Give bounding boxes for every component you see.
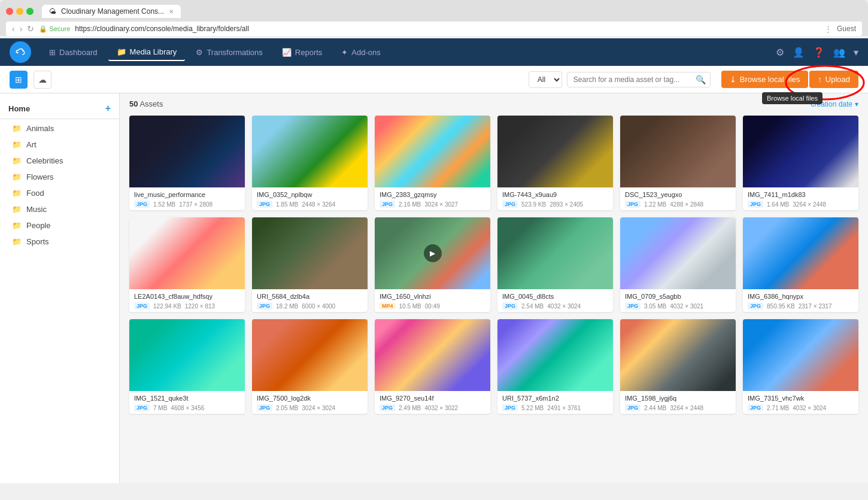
assets-count: 50 Assets bbox=[129, 99, 163, 108]
asset-card[interactable]: IMG_2383_gzqmsyJPG2.16 MB3024 × 3027 bbox=[375, 116, 490, 210]
list-view-button[interactable]: ☁ bbox=[34, 71, 51, 89]
asset-thumbnail bbox=[620, 116, 736, 187]
close-button[interactable] bbox=[6, 8, 13, 15]
asset-type-badge: JPG bbox=[748, 404, 763, 411]
asset-card[interactable]: IMG_6386_hqnypxJPG850.95 KB2317 × 2317 bbox=[743, 217, 858, 312]
asset-card[interactable]: IMG_1598_iygj6qJPG2.44 MB3264 × 2448 bbox=[620, 319, 736, 414]
upload-button[interactable]: ↑ Upload bbox=[809, 71, 858, 88]
asset-card[interactable]: DSC_1523_yeugxoJPG1.22 MB4288 × 2848 bbox=[620, 116, 736, 210]
sub-toolbar: ⊞ ☁ All 🔍 ⤓ Browse local files ↑ Upload … bbox=[0, 66, 868, 93]
upload-icon: ↑ bbox=[818, 75, 822, 84]
dashboard-icon: ⊞ bbox=[49, 48, 56, 57]
forward-button[interactable]: › bbox=[20, 24, 23, 34]
asset-name: live_music_performance bbox=[134, 191, 240, 198]
users-icon[interactable]: 👥 bbox=[833, 47, 845, 58]
nav-media-library[interactable]: 📁 Media Library bbox=[108, 44, 186, 61]
search-input[interactable] bbox=[567, 72, 711, 87]
cloudinary-logo[interactable] bbox=[10, 41, 31, 63]
asset-size: 1.22 MB bbox=[644, 201, 666, 208]
asset-card[interactable]: URI_5684_dzlb4aJPG18.2 MB6000 × 4000 bbox=[252, 217, 368, 312]
asset-thumbnail bbox=[620, 319, 736, 391]
back-button[interactable]: ‹ bbox=[12, 24, 15, 34]
asset-dims: 3264 × 2448 bbox=[793, 201, 826, 208]
asset-card[interactable]: IMG_0352_nplbqwJPG1.85 MB2448 × 3264 bbox=[252, 116, 368, 210]
asset-card[interactable]: LE2A0143_cf8auw_hdfsqyJPG122.94 KB1220 ×… bbox=[129, 217, 245, 312]
traffic-lights bbox=[6, 8, 34, 15]
addons-icon: ✦ bbox=[341, 48, 348, 57]
grid-view-button[interactable]: ⊞ bbox=[10, 71, 28, 89]
sidebar-item-people[interactable]: 📁 People bbox=[0, 217, 119, 234]
browse-local-button[interactable]: ⤓ Browse local files bbox=[721, 71, 808, 88]
asset-card[interactable]: IMG-7443_x9uau9JPG523.9 KB2893 × 2405 bbox=[497, 116, 613, 210]
asset-dims: 4032 × 3024 bbox=[793, 405, 826, 411]
asset-card[interactable]: IMG_7500_log2dkJPG2.05 MB3024 × 3024 bbox=[252, 319, 368, 414]
asset-thumbnail bbox=[743, 116, 858, 187]
sidebar-item-celebrities[interactable]: 📁 Celebrities bbox=[0, 153, 119, 169]
asset-card[interactable]: IMG_1521_quke3tJPG7 MB4608 × 3456 bbox=[129, 319, 245, 414]
asset-card[interactable]: IMG_0709_s5agbbJPG3.05 MB4032 × 3021 bbox=[620, 217, 736, 312]
asset-card[interactable]: IMG_7411_m1dk83JPG1.64 MB3264 × 2448 bbox=[743, 116, 858, 210]
home-label[interactable]: Home bbox=[8, 104, 30, 113]
asset-size: 3.05 MB bbox=[644, 303, 666, 310]
tab-close-icon[interactable]: ✕ bbox=[169, 8, 174, 15]
nav-transformations[interactable]: ⚙ Transformations bbox=[187, 44, 271, 61]
cloud-icon: ☁ bbox=[38, 75, 47, 84]
media-library-icon: 📁 bbox=[117, 47, 126, 56]
asset-card[interactable]: IMG_9270_seu14fJPG2.49 MB4032 × 3022 bbox=[375, 319, 490, 414]
nav-addons[interactable]: ✦ Add-ons bbox=[333, 44, 389, 61]
asset-dims: 4288 × 2848 bbox=[670, 201, 703, 208]
browse-icon: ⤓ bbox=[730, 75, 736, 84]
filter-select[interactable]: All bbox=[529, 71, 562, 88]
secure-badge: 🔒 Secure bbox=[39, 25, 70, 33]
sidebar-item-music[interactable]: 📁 Music bbox=[0, 201, 119, 217]
sidebar-item-flowers[interactable]: 📁 Flowers bbox=[0, 169, 119, 185]
asset-dims: 4032 × 3022 bbox=[424, 405, 458, 411]
asset-size: 1.64 MB bbox=[767, 201, 789, 208]
asset-size: 7 MB bbox=[153, 405, 167, 411]
asset-name: IMG_0352_nplbqw bbox=[257, 191, 363, 198]
asset-size: 2.54 MB bbox=[521, 303, 544, 310]
asset-name: IMG_9270_seu14f bbox=[380, 395, 485, 402]
sidebar-item-art[interactable]: 📁 Art bbox=[0, 137, 119, 153]
nav-reports[interactable]: 📈 Reports bbox=[274, 44, 331, 61]
asset-card[interactable]: IMG_0045_dl8ctsJPG2.54 MB4032 × 3024 bbox=[497, 217, 613, 312]
person-circle-icon[interactable]: 👤 bbox=[793, 47, 805, 58]
asset-type-badge: JPG bbox=[134, 302, 150, 310]
search-icon[interactable]: 🔍 bbox=[696, 75, 706, 84]
asset-type-badge: JPG bbox=[134, 201, 150, 208]
minimize-button[interactable] bbox=[16, 8, 23, 15]
help-icon[interactable]: ❓ bbox=[813, 47, 825, 58]
add-folder-icon[interactable]: + bbox=[105, 103, 111, 114]
browser-tab[interactable]: 🌤 Cloudinary Management Cons... ✕ bbox=[42, 5, 181, 18]
asset-card[interactable]: URI_5737_x6m1n2JPG5.22 MB2491 × 3761 bbox=[497, 319, 613, 414]
more-options-icon[interactable]: ⋮ bbox=[824, 25, 832, 34]
nav-dashboard[interactable]: ⊞ Dashboard bbox=[41, 44, 106, 61]
reports-icon: 📈 bbox=[282, 48, 292, 57]
asset-thumbnail bbox=[252, 116, 368, 187]
asset-dims: 2448 × 3264 bbox=[302, 201, 335, 208]
search-area: All 🔍 bbox=[529, 71, 711, 88]
asset-card[interactable]: ▶IMG_1650_vlnhziMP410.5 MB00:49 bbox=[375, 217, 490, 312]
assets-header: 50 Assets creation date ▾ bbox=[129, 99, 858, 108]
asset-card[interactable]: live_music_performanceJPG1.52 MB1737 × 2… bbox=[129, 116, 245, 210]
settings-icon[interactable]: ⚙ bbox=[776, 47, 784, 58]
address-url[interactable]: https://cloudinary.com/console/media_lib… bbox=[75, 25, 820, 33]
asset-dims: 3024 × 3027 bbox=[424, 201, 458, 208]
reload-button[interactable]: ↻ bbox=[27, 24, 34, 34]
sidebar-item-sports[interactable]: 📁 Sports bbox=[0, 234, 119, 250]
asset-size: 2.05 MB bbox=[276, 405, 298, 411]
sidebar-item-food[interactable]: 📁 Food bbox=[0, 185, 119, 201]
asset-name: IMG_7411_m1dk83 bbox=[748, 191, 854, 198]
browser-chrome: 🌤 Cloudinary Management Cons... ✕ ‹ › ↻ … bbox=[0, 0, 868, 36]
nav-right-icons: ⚙ 👤 ❓ 👥 ▾ bbox=[776, 47, 858, 58]
asset-name: URI_5737_x6m1n2 bbox=[502, 395, 608, 402]
video-play-icon[interactable]: ▶ bbox=[424, 244, 442, 262]
asset-type-badge: JPG bbox=[625, 404, 641, 411]
asset-card[interactable]: IMG_7315_vhc7wkJPG2.71 MB4032 × 3024 bbox=[743, 319, 858, 414]
dropdown-chevron-icon[interactable]: ▾ bbox=[854, 47, 858, 58]
maximize-button[interactable] bbox=[26, 8, 34, 15]
address-bar: ‹ › ↻ 🔒 Secure https://cloudinary.com/co… bbox=[6, 22, 862, 36]
asset-type-badge: JPG bbox=[748, 201, 763, 208]
asset-dims: 00:49 bbox=[425, 303, 440, 310]
sidebar-item-animals[interactable]: 📁 Animals bbox=[0, 120, 119, 137]
